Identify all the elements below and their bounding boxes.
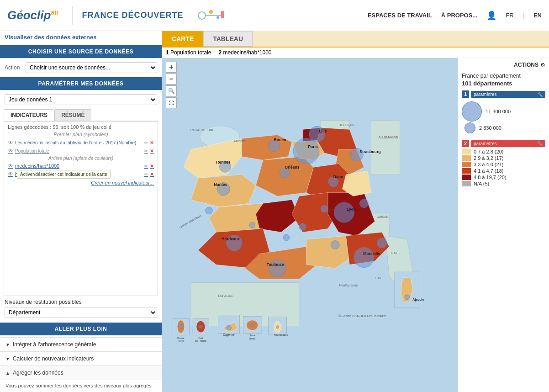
color-box-2 <box>462 162 471 167</box>
france-map-svg[interactable]: Lille Rouen Paris Strasbourg Rennes Orlé… <box>162 58 458 392</box>
bubble-row-large: 11 300 000 <box>462 101 511 122</box>
aller-label-0: Intégrer à l'arborescence générale <box>13 341 96 348</box>
legend-num-2: 2 <box>462 140 469 147</box>
indicator-label-2: Population totale <box>15 148 143 154</box>
user-icon[interactable]: 👤 <box>486 11 496 21</box>
params-btn[interactable]: PARAMÉTRER MES DONNÉES <box>0 77 162 90</box>
svg-text:BELGIQUE: BELGIQUE <box>339 123 356 127</box>
eye-icon-4[interactable]: 👁 <box>8 171 13 177</box>
bubble-row-small: 2 830 000 <box>465 122 501 133</box>
region-subtitle: 101 départements <box>462 80 545 87</box>
legend-block-2: 2 paramètres 🔧 0,7 à 2,8 (20) <box>462 140 545 186</box>
map-container[interactable]: + − 🔍 ⛶ <box>162 58 458 392</box>
svg-text:Paris: Paris <box>308 144 318 149</box>
delete-icon-1[interactable]: ✕ <box>150 140 154 146</box>
action-label: Action <box>5 64 23 71</box>
svg-point-69 <box>250 323 254 327</box>
svg-rect-8 <box>371 121 400 175</box>
aller-item-1[interactable]: ▼ Calculer de nouveaux indicateurs <box>0 351 162 366</box>
zoom-in-btn[interactable]: + <box>166 62 177 73</box>
color-label-4: 4,8 à 19,7 (20) <box>474 175 507 180</box>
svg-point-24 <box>359 199 368 208</box>
bubble-legend-1: 11 300 000 2 830 000 <box>462 100 545 135</box>
delete-icon-3[interactable]: ✕ <box>150 163 154 169</box>
indicator-item-2[interactable]: 👁 Population totale ✏ ✕ <box>8 147 154 155</box>
indicator-item-4[interactable]: 👁 hab/medecins ✏ ✕ <box>8 170 154 178</box>
zoom-out-btn[interactable]: − <box>166 74 177 85</box>
svg-text:LUX.: LUX. <box>375 276 382 280</box>
external-data-link[interactable]: Visualiser des données externes <box>0 31 162 43</box>
delete-icon-2[interactable]: ✕ <box>150 148 154 154</box>
aller-item-0[interactable]: ▼ Intégrer à l'arborescence générale <box>0 337 162 351</box>
color-item-4: 4,8 à 19,7 (20) <box>462 175 545 180</box>
svg-point-3 <box>216 16 219 19</box>
choose-source-btn[interactable]: CHOISIR UNE SOURCE DE DONNÉES <box>0 45 162 58</box>
legend-params-1[interactable]: paramètres 🔧 <box>471 91 545 98</box>
svg-point-56 <box>179 324 183 328</box>
action-row: Action Choisir une source de données... <box>0 60 162 75</box>
svg-text:Rennes: Rennes <box>216 160 230 164</box>
color-box-5 <box>462 181 471 186</box>
dataset-select[interactable]: Jeu de données 1 <box>5 94 157 105</box>
tab-tableau[interactable]: TABLEAU <box>203 31 253 47</box>
bubble-small <box>465 122 475 133</box>
indicator-tabs: INDICATEURS RÉSUMÉ <box>4 109 158 121</box>
action-select[interactable]: Choisir une source de données... <box>26 62 157 73</box>
indicator-header-1: 1 Population totale <box>166 49 211 56</box>
niveaux-select[interactable]: Département <box>5 307 157 318</box>
color-item-1: 2,9 à 3,2 (17) <box>462 155 545 161</box>
svg-text:Lille: Lille <box>319 129 327 134</box>
nav-espaces[interactable]: ESPACES DE TRAVAIL <box>368 12 432 19</box>
nav-apropos[interactable]: À PROPOS... <box>441 12 477 19</box>
svg-point-23 <box>321 205 328 212</box>
svg-point-74 <box>276 326 279 328</box>
tab-resume[interactable]: RÉSUMÉ <box>54 109 91 121</box>
delete-icon-4[interactable]: ✕ <box>150 171 154 177</box>
svg-point-0 <box>198 12 206 19</box>
legend-block-1-header: 1 paramètres 🔧 <box>462 90 545 98</box>
app-logo: Géoclipair <box>7 8 58 22</box>
bubble-large <box>462 101 482 122</box>
svg-point-30 <box>283 234 290 241</box>
niveaux-title: Niveaux de restitution possibles <box>5 299 157 305</box>
svg-text:Saint: Saint <box>249 334 255 337</box>
app-header: Géoclipair France Découverte ESPACES DE … <box>0 0 549 31</box>
aller-label-2: Agréger les données <box>13 370 63 376</box>
svg-text:Terre: Terre <box>178 339 184 342</box>
eye-icon-3[interactable]: 👁 <box>8 163 13 169</box>
svg-text:Marseille: Marseille <box>363 251 380 256</box>
color-item-3: 4,1 à 4,7 (18) <box>462 168 545 174</box>
edit-icon-1[interactable]: ✏ <box>144 140 148 145</box>
tab-carte[interactable]: CARTE <box>162 31 203 47</box>
svg-text:ITALIE: ITALIE <box>391 251 401 255</box>
map-area: + − 🔍 ⛶ <box>162 58 549 392</box>
lang-en[interactable]: EN <box>533 12 542 19</box>
legend-params-2[interactable]: paramètres 🔧 <box>471 140 545 147</box>
svg-text:Strasbourg: Strasbourg <box>359 149 380 154</box>
search-map-btn[interactable]: 🔍 <box>166 85 177 96</box>
aller-item-2[interactable]: ▲ Agréger les données <box>0 366 162 380</box>
edit-icon-4[interactable]: ✏ <box>144 172 148 177</box>
tab-indicateurs[interactable]: INDICATEURS <box>4 109 54 121</box>
actions-label: ACTIONS <box>514 62 538 68</box>
lang-fr[interactable]: FR <box>506 12 513 19</box>
indicator-label-1: Les médecins inscrits au tableau de l'or… <box>15 140 143 146</box>
aller-btn[interactable]: ALLER PLUS LOIN <box>0 323 162 335</box>
edit-icon-2[interactable]: ✏ <box>144 148 148 154</box>
edit-icon-3[interactable]: ✏ <box>144 164 148 169</box>
fullscreen-btn[interactable]: ⛶ <box>166 97 177 108</box>
gear-icon[interactable]: ⚙ <box>540 62 545 71</box>
svg-point-26 <box>249 222 255 228</box>
color-item-2: 3,3 à 4,0 (21) <box>462 162 545 167</box>
create-indicator-link[interactable]: Créer un nouvel indicateur... <box>8 180 154 185</box>
indicator-item-3[interactable]: 👁 medecins/hab*1000 ✏ ✕ Activer/désactiv… <box>8 162 154 170</box>
eye-icon-1[interactable]: 👁 <box>8 139 13 146</box>
svg-point-27 <box>299 223 306 231</box>
color-box-1 <box>462 155 471 161</box>
params-label-1: paramètres <box>474 92 497 97</box>
indicator-item-1[interactable]: 👁 Les médecins inscrits au tableau de l'… <box>8 138 154 147</box>
chevron-1: ▼ <box>5 356 10 361</box>
svg-text:ALLEMAGNE: ALLEMAGNE <box>378 136 398 139</box>
svg-text:Lyon: Lyon <box>347 207 356 212</box>
eye-icon-2[interactable]: 👁 <box>8 148 13 154</box>
